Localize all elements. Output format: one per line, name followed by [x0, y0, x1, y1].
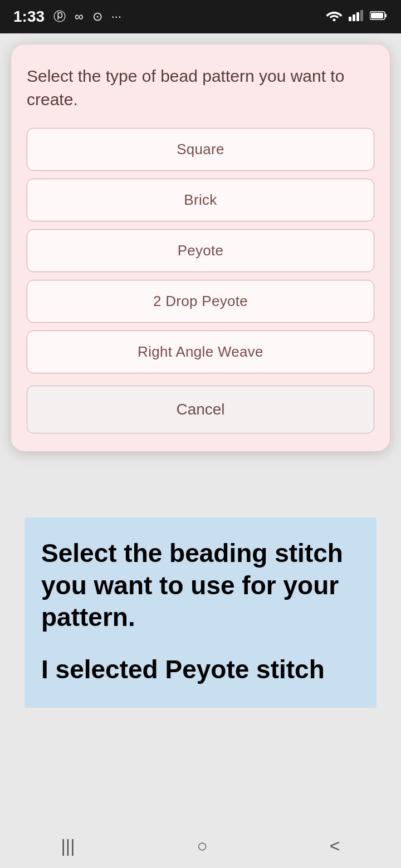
battery-icon [370, 9, 388, 24]
pinterest-icon: ⓟ [53, 8, 66, 25]
status-bar-right [325, 9, 388, 24]
dialog-overlay: Select the type of bead pattern you want… [0, 33, 401, 568]
info-box-selected: I selected Peyote stitch [41, 654, 360, 686]
svg-rect-7 [371, 13, 383, 18]
status-time: 1:33 [13, 8, 45, 26]
infinity-icon: ∞ [75, 9, 84, 24]
status-bar: 1:33 ⓟ ∞ ⊙ ··· [0, 0, 401, 33]
dialog-title: Select the type of bead pattern you want… [27, 65, 374, 111]
main-content: Select the type of bead pattern you want… [0, 33, 401, 868]
dialog-card: Select the type of bead pattern you want… [11, 45, 390, 451]
nav-bar: ||| ○ < [0, 823, 401, 868]
svg-rect-4 [360, 10, 363, 21]
right-angle-weave-button[interactable]: Right Angle Weave [27, 331, 374, 373]
svg-rect-6 [385, 14, 387, 17]
svg-rect-3 [356, 12, 359, 21]
peyote-button[interactable]: Peyote [27, 229, 374, 272]
nav-back-icon[interactable]: < [330, 836, 340, 856]
drop-peyote-button[interactable]: 2 Drop Peyote [27, 280, 374, 323]
cancel-button[interactable]: Cancel [27, 386, 374, 433]
account-icon: ⊙ [92, 9, 102, 24]
wifi-icon [325, 9, 343, 24]
signal-icon [349, 9, 364, 24]
svg-rect-1 [349, 17, 351, 21]
status-bar-left: 1:33 ⓟ ∞ ⊙ ··· [13, 8, 121, 26]
svg-point-0 [333, 19, 336, 22]
nav-recent-icon[interactable]: ||| [61, 836, 75, 856]
square-button[interactable]: Square [27, 128, 374, 171]
more-icon: ··· [111, 9, 121, 24]
svg-rect-2 [353, 14, 355, 21]
nav-home-icon[interactable]: ○ [197, 836, 207, 856]
brick-button[interactable]: Brick [27, 179, 374, 221]
